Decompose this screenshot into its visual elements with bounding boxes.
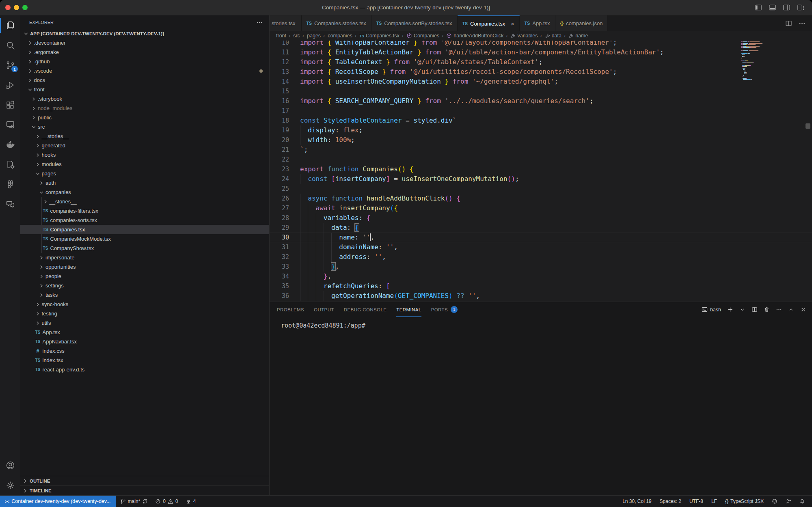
outline-section[interactable]: OUTLINE	[20, 476, 269, 485]
code-line-20[interactable]: 20 width: 100%;	[270, 135, 812, 145]
code-line-10[interactable]: 10import { WithTopBarContainer } from '@…	[270, 41, 812, 47]
git-branch-status[interactable]: main*	[117, 496, 151, 507]
feedback-smiley-icon[interactable]	[769, 496, 780, 507]
editor-scrollbar[interactable]	[806, 123, 810, 129]
breadcrumb-item-pages[interactable]: ›pages	[301, 33, 321, 39]
remote-indicator[interactable]: >< Container dev-twenty-dev (dev-twenty-…	[0, 496, 116, 507]
tree-folder--vscode[interactable]: .vscode	[20, 66, 269, 76]
extensions-icon[interactable]	[0, 95, 20, 115]
terminal-output[interactable]: root@0a42ecd84891:/app#	[270, 317, 812, 495]
breadcrumb-item-variables[interactable]: ›variables	[505, 33, 538, 39]
code-line-31[interactable]: 31 domainName: '',	[270, 242, 812, 252]
code-line-29[interactable]: 29 data: {	[270, 223, 812, 233]
tree-folder-front[interactable]: front	[20, 85, 269, 94]
tree-folder-app-container-dev-twenty-dev-dev-twenty-dev-1-[interactable]: APP [CONTAINER DEV-TWENTY-DEV (DEV-TWENT…	[20, 29, 269, 38]
breadcrumb-item-companies[interactable]: ›Companies	[401, 33, 439, 39]
code-line-33[interactable]: 33 },	[270, 262, 812, 272]
explorer-more-actions-icon[interactable]	[256, 19, 263, 26]
split-editor-icon[interactable]	[785, 20, 792, 27]
encoding[interactable]: UTF-8	[687, 496, 706, 507]
code-line-27[interactable]: 27 await insertCompany({	[270, 203, 812, 213]
code-line-26[interactable]: 26 async function handleAddButtonClick()…	[270, 194, 812, 203]
toggle-panel-icon[interactable]	[769, 4, 776, 11]
breadcrumb-item-companies[interactable]: ›companies	[322, 33, 352, 39]
tree-file-react-app-env-d-ts[interactable]: TSreact-app-env.d.ts	[20, 365, 269, 374]
bell-icon[interactable]	[797, 496, 808, 507]
kill-terminal-icon[interactable]	[764, 306, 770, 313]
split-terminal-icon[interactable]	[752, 306, 758, 313]
code-line-35[interactable]: 35 refetchQueries: [	[270, 281, 812, 291]
tree-folder--stories-[interactable]: __stories__	[20, 197, 269, 206]
tree-file-companiesmockmode-tsx[interactable]: TSCompaniesMockMode.tsx	[20, 234, 269, 244]
breadcrumb-item-handleaddbuttonclick[interactable]: ›handleAddButtonClick	[441, 33, 503, 39]
tree-folder--ergomake[interactable]: .ergomake	[20, 47, 269, 57]
code-line-13[interactable]: 13import { RecoilScope } from '@/ui/util…	[270, 67, 812, 77]
code-line-19[interactable]: 19 display: flex;	[270, 125, 812, 135]
code-line-11[interactable]: 11import { EntityTableActionBar } from '…	[270, 47, 812, 57]
language-mode[interactable]: {}TypeScript JSX	[722, 496, 767, 507]
tree-folder-node-modules[interactable]: node_modules	[20, 104, 269, 113]
tree-folder-testing[interactable]: testing	[20, 309, 269, 318]
maximize-panel-icon[interactable]	[788, 306, 794, 313]
editor-tab-companies-json[interactable]: {}companies.json	[555, 15, 608, 31]
tree-file-companies-sorts-tsx[interactable]: TScompanies-sorts.tsx	[20, 216, 269, 225]
tree-file-companies-tsx[interactable]: TSCompanies.tsx	[20, 225, 269, 234]
panel-tab-ports[interactable]: PORTS1	[431, 302, 458, 317]
tree-folder-companies[interactable]: companies	[20, 188, 269, 197]
editor-tab-app-tsx[interactable]: TSApp.tsx	[520, 15, 555, 31]
code-line-28[interactable]: 28 variables: {	[270, 213, 812, 223]
code-line-16[interactable]: 16import { SEARCH_COMPANY_QUERY } from '…	[270, 96, 812, 106]
breadcrumb-item-src[interactable]: ›src	[287, 33, 300, 39]
tree-folder-opportunities[interactable]: opportunities	[20, 262, 269, 272]
remote-explorer-icon[interactable]	[0, 115, 20, 135]
tree-file-companies-filters-tsx[interactable]: TScompanies-filters.tsx	[20, 206, 269, 216]
customize-layout-icon[interactable]	[797, 4, 805, 11]
docker-icon[interactable]	[0, 135, 20, 155]
panel-tab-terminal[interactable]: TERMINAL	[396, 302, 421, 317]
breadcrumb-item-name[interactable]: ›name	[563, 33, 588, 39]
breadcrumb-item-data[interactable]: ›data	[539, 33, 562, 39]
code-line-18[interactable]: 18const StyledTableContainer = styled.di…	[270, 116, 812, 125]
tree-file-index-tsx[interactable]: TSindex.tsx	[20, 356, 269, 365]
tree-folder-sync-hooks[interactable]: sync-hooks	[20, 300, 269, 309]
editor-tab-companies-stories-tsx[interactable]: TSCompanies.stories.tsx	[302, 15, 371, 31]
panel-tab-output[interactable]: OUTPUT	[314, 302, 334, 317]
eol-sequence[interactable]: LF	[708, 496, 720, 507]
figma-icon[interactable]	[0, 175, 20, 194]
zoom-window-button[interactable]	[22, 5, 28, 10]
breadcrumb-item-companies-tsx[interactable]: ›TSCompanies.tsx	[354, 33, 400, 39]
run-debug-icon[interactable]	[0, 75, 20, 95]
close-window-button[interactable]	[5, 5, 11, 10]
tree-folder-settings[interactable]: settings	[20, 281, 269, 290]
code-line-21[interactable]: 21`;	[270, 145, 812, 155]
tree-file-appnavbar-tsx[interactable]: TSAppNavbar.tsx	[20, 337, 269, 346]
tree-folder-auth[interactable]: auth	[20, 178, 269, 188]
code-line-30[interactable]: 30 name: '',	[270, 233, 812, 242]
code-line-22[interactable]: 22	[270, 155, 812, 164]
source-control-icon[interactable]: 1	[0, 55, 20, 75]
tree-folder-modules[interactable]: modules	[20, 160, 269, 169]
tree-folder-people[interactable]: people	[20, 272, 269, 281]
editor-tab-stories-tsx[interactable]: stories.tsx	[270, 15, 302, 31]
tree-folder-utils[interactable]: utils	[20, 318, 269, 328]
code-line-24[interactable]: 24 const [insertCompany] = useInsertOneC…	[270, 174, 812, 184]
breadcrumb-item-front[interactable]: front	[276, 33, 286, 39]
close-tab-icon[interactable]: ×	[511, 21, 514, 27]
remote-user-icon[interactable]	[783, 496, 794, 507]
code-line-34[interactable]: 34 },	[270, 272, 812, 281]
code-line-14[interactable]: 14import { useInsertOneCompanyMutation }…	[270, 77, 812, 86]
code-line-17[interactable]: 17	[270, 106, 812, 116]
tree-folder-src[interactable]: src	[20, 122, 269, 132]
tree-file-app-tsx[interactable]: TSApp.tsx	[20, 328, 269, 337]
terminal-shell-selector[interactable]: bash	[702, 306, 721, 313]
explorer-icon[interactable]	[0, 15, 20, 35]
problems-status[interactable]: 0 0	[152, 496, 181, 507]
code-editor[interactable]: 10import { WithTopBarContainer } from '@…	[270, 41, 812, 302]
tree-folder-impersonate[interactable]: impersonate	[20, 253, 269, 262]
toggle-secondary-sidebar-icon[interactable]	[783, 4, 790, 11]
dev-container-config-icon[interactable]	[0, 155, 20, 175]
code-line-32[interactable]: 32 address: '',	[270, 252, 812, 262]
terminal-dropdown-chevron-icon[interactable]	[739, 306, 745, 313]
tree-folder-tasks[interactable]: tasks	[20, 290, 269, 300]
code-line-36[interactable]: 36 getOperationName(GET_COMPANIES) ?? ''…	[270, 291, 812, 301]
